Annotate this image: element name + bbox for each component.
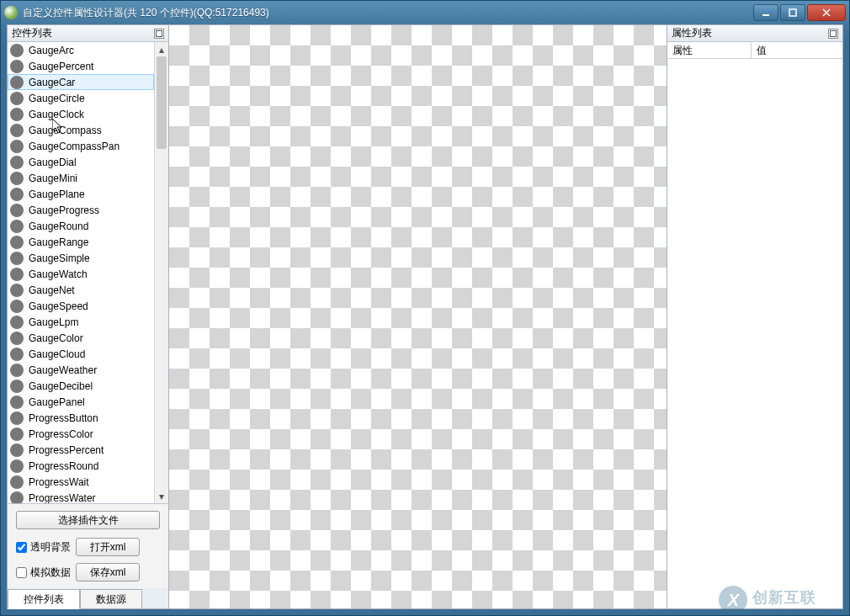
list-item-label: GaugePanel — [29, 396, 85, 408]
list-item[interactable]: GaugeColor — [8, 330, 154, 346]
close-button[interactable] — [807, 4, 846, 21]
svg-rect-1 — [789, 9, 796, 16]
list-item-label: GaugeCloud — [29, 348, 85, 360]
list-item-label: GaugePercent — [29, 61, 93, 72]
list-item[interactable]: GaugeRound — [8, 218, 154, 234]
app-icon — [4, 6, 18, 19]
list-item[interactable]: GaugeProgress — [8, 202, 154, 218]
property-table-header: 属性 值 — [667, 42, 842, 59]
gauge-icon — [10, 76, 24, 89]
gauge-icon — [10, 412, 24, 425]
gauge-icon — [10, 491, 24, 504]
list-item-label: ProgressPercent — [29, 444, 104, 456]
list-item-label: GaugeSimple — [29, 252, 90, 264]
scrollbar[interactable]: ▴ ▾ — [154, 42, 168, 503]
list-item-label: GaugeCar — [29, 77, 75, 88]
window-title: 自定义控件属性设计器(共 120 个控件)(QQ:517216493) — [23, 6, 752, 20]
open-xml-button[interactable]: 打开xml — [76, 538, 140, 556]
gauge-icon — [10, 60, 24, 73]
list-item[interactable]: GaugeCircle — [8, 90, 154, 106]
gauge-icon — [10, 316, 24, 329]
minimize-button[interactable] — [753, 4, 778, 21]
gauge-icon — [10, 284, 24, 297]
gauge-icon — [10, 44, 24, 57]
list-item[interactable]: GaugePanel — [8, 394, 154, 410]
design-canvas[interactable] — [169, 24, 667, 609]
gauge-icon — [10, 124, 24, 137]
mock-data-checkbox[interactable]: 模拟数据 — [16, 566, 71, 580]
scroll-down-icon[interactable]: ▾ — [155, 489, 168, 503]
list-item[interactable]: GaugeCompass — [8, 122, 154, 138]
gauge-icon — [10, 236, 24, 249]
list-item[interactable]: GaugeSpeed — [8, 298, 154, 314]
list-item[interactable]: ProgressWater — [8, 490, 154, 503]
list-item[interactable]: GaugeWeather — [8, 362, 154, 378]
list-item[interactable]: ProgressWait — [8, 474, 154, 490]
list-item[interactable]: GaugeMini — [8, 170, 154, 186]
sidebar-bottom: 选择插件文件 透明背景 打开xml 模拟数据 保存xml — [8, 503, 168, 588]
list-item-label: GaugeNet — [29, 284, 75, 296]
list-item-label: GaugeCircle — [29, 93, 85, 104]
gauge-icon — [10, 252, 24, 265]
transparent-bg-input[interactable] — [16, 542, 27, 553]
tab-datasource[interactable]: 数据源 — [80, 589, 142, 609]
list-item[interactable]: GaugeCloud — [8, 346, 154, 362]
list-item-label: ProgressButton — [29, 412, 98, 424]
list-item[interactable]: ProgressButton — [8, 410, 154, 426]
gauge-icon — [10, 268, 24, 281]
col-property: 属性 — [667, 42, 752, 58]
transparent-bg-checkbox[interactable]: 透明背景 — [16, 540, 71, 555]
scroll-thumb[interactable] — [157, 56, 167, 149]
list-item-label: GaugePlane — [29, 189, 85, 200]
gauge-icon — [10, 427, 24, 441]
tab-control-list[interactable]: 控件列表 — [8, 589, 80, 609]
list-item-label: GaugeColor — [29, 332, 83, 344]
list-item-label: GaugeArc — [29, 45, 74, 56]
list-item-label: GaugeDial — [29, 157, 77, 168]
list-item[interactable]: GaugeNet — [8, 282, 154, 298]
gauge-icon — [10, 108, 24, 121]
list-item[interactable]: ProgressPercent — [8, 442, 154, 458]
list-item[interactable]: GaugeLpm — [8, 314, 154, 330]
property-panel-title: 属性列表 — [672, 26, 712, 40]
list-item[interactable]: GaugeClock — [8, 106, 154, 122]
list-item-label: GaugeSpeed — [29, 300, 88, 312]
control-list[interactable]: GaugeArcGaugePercentGaugeCarGaugeCircleG… — [8, 42, 168, 503]
list-item[interactable]: GaugeArc — [8, 42, 154, 58]
list-item-label: GaugeCompassPan — [29, 141, 120, 152]
list-item-label: GaugeRound — [29, 220, 88, 232]
mock-data-input[interactable] — [16, 567, 27, 578]
list-item[interactable]: GaugeDial — [8, 154, 154, 170]
client-area: 控件列表 GaugeArcGaugePercentGaugeCarGaugeCi… — [7, 24, 843, 609]
titlebar[interactable]: 自定义控件属性设计器(共 120 个控件)(QQ:517216493) — [1, 1, 849, 24]
window-frame: 自定义控件属性设计器(共 120 个控件)(QQ:517216493) 控件列表… — [0, 0, 850, 616]
scroll-up-icon[interactable]: ▴ — [155, 42, 168, 56]
col-value: 值 — [752, 42, 772, 58]
list-item-label: GaugeMini — [29, 173, 77, 184]
list-item[interactable]: GaugeWatch — [8, 266, 154, 282]
gauge-icon — [10, 204, 24, 217]
list-item[interactable]: GaugeCompassPan — [8, 138, 154, 154]
maximize-button[interactable] — [780, 4, 805, 21]
list-item-label: GaugeWatch — [29, 268, 88, 280]
list-item[interactable]: GaugeDecibel — [8, 378, 154, 394]
list-item-label: ProgressColor — [29, 428, 93, 440]
list-item[interactable]: GaugePercent — [8, 58, 154, 74]
save-xml-button[interactable]: 保存xml — [76, 563, 140, 581]
gauge-icon — [10, 475, 24, 489]
list-item[interactable]: GaugePlane — [8, 186, 154, 202]
list-item[interactable]: GaugeRange — [8, 234, 154, 250]
list-item[interactable]: ProgressRound — [8, 458, 154, 474]
undock-icon[interactable] — [828, 29, 838, 39]
list-item[interactable]: GaugeSimple — [8, 250, 154, 266]
gauge-icon — [10, 364, 24, 377]
property-table[interactable]: 属性 值 — [667, 42, 842, 608]
select-plugin-button[interactable]: 选择插件文件 — [16, 511, 160, 529]
undock-icon[interactable] — [154, 29, 164, 39]
list-item-label: GaugeClock — [29, 109, 84, 120]
list-item-label: GaugeDecibel — [29, 380, 93, 392]
list-item[interactable]: ProgressColor — [8, 426, 154, 442]
gauge-icon — [10, 156, 24, 169]
sidebar-title: 控件列表 — [12, 26, 52, 40]
list-item[interactable]: GaugeCar — [8, 74, 154, 90]
